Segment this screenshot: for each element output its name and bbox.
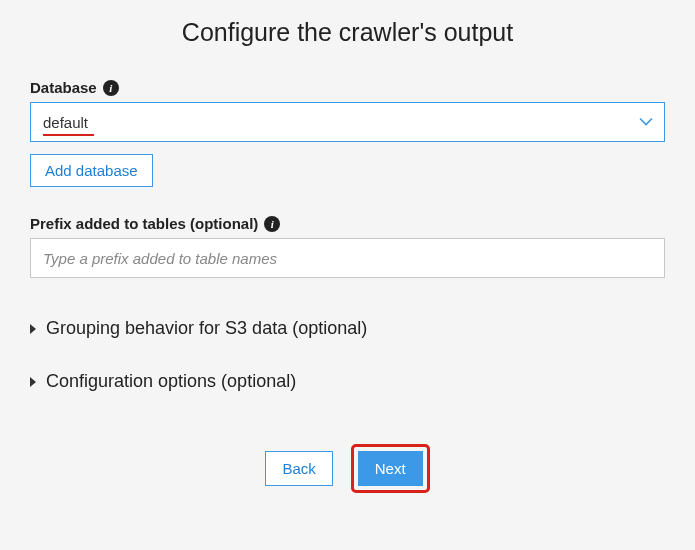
prefix-label-row: Prefix added to tables (optional) i [30,215,665,232]
configuration-options-label: Configuration options (optional) [46,371,296,392]
prefix-input[interactable] [30,238,665,278]
back-button[interactable]: Back [265,451,332,486]
info-icon[interactable]: i [264,216,280,232]
database-label-row: Database i [30,79,665,96]
database-label: Database [30,79,97,96]
next-button-highlight: Next [351,444,430,493]
grouping-behavior-section[interactable]: Grouping behavior for S3 data (optional) [30,318,665,339]
database-field-group: Database i default Add database [30,79,665,187]
grouping-behavior-label: Grouping behavior for S3 data (optional) [46,318,367,339]
prefix-field-group: Prefix added to tables (optional) i [30,215,665,278]
prefix-label: Prefix added to tables (optional) [30,215,258,232]
configuration-options-section[interactable]: Configuration options (optional) [30,371,665,392]
next-button[interactable]: Next [358,451,423,486]
database-dropdown-field[interactable]: default [30,102,665,142]
database-dropdown[interactable]: default [30,102,665,142]
add-database-button[interactable]: Add database [30,154,153,187]
caret-right-icon [30,377,36,387]
footer-buttons: Back Next [30,444,665,493]
page-title: Configure the crawler's output [30,18,665,47]
caret-right-icon [30,324,36,334]
info-icon[interactable]: i [103,80,119,96]
database-dropdown-value: default [43,114,88,131]
